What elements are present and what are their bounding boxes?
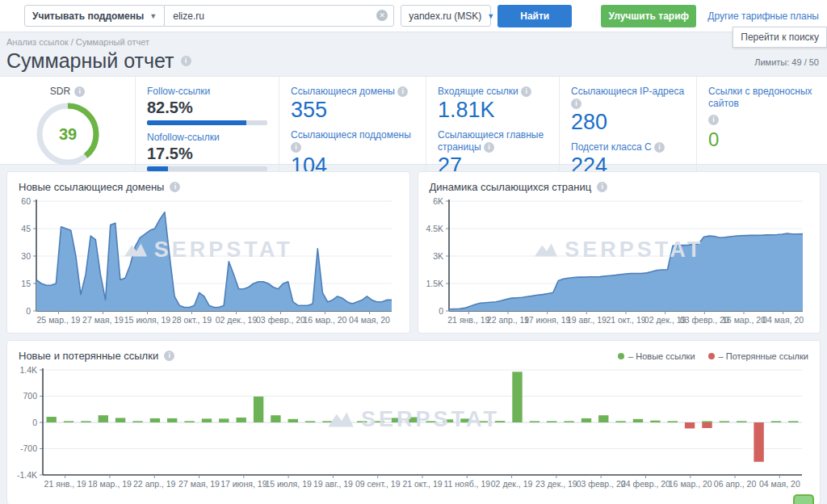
inbound-links-card: Входящие ссылки i 1.81K Ссылающиеся глав… xyxy=(426,77,560,187)
malicious-links-label[interactable]: Ссылки с вредоносных сайтов xyxy=(708,86,812,109)
go-to-search-tooltip: Перейти к поиску xyxy=(733,27,827,48)
subdomain-mode-dropdown[interactable]: Учитывать поддомены ▼ xyxy=(24,5,165,27)
chevron-down-icon: ▼ xyxy=(149,12,157,20)
chart-legend: – Новые ссылки – Потерянные ссылки xyxy=(618,351,808,361)
sdr-donut: 39 xyxy=(34,100,102,171)
svg-text:1.5K: 1.5K xyxy=(426,279,443,288)
svg-text:16 мар., 20: 16 мар., 20 xyxy=(669,479,712,489)
svg-text:19 авг., 19: 19 авг., 19 xyxy=(566,315,606,325)
search-engine-select[interactable]: yandex.ru (MSK) ▼ xyxy=(401,5,491,27)
domain-search-input[interactable] xyxy=(164,5,394,27)
svg-text:28 окт., 19: 28 окт., 19 xyxy=(172,315,212,325)
follow-links-label[interactable]: Follow-ссылки xyxy=(147,86,267,98)
sdr-value: 39 xyxy=(58,125,76,143)
svg-text:02 дек., 19: 02 дек., 19 xyxy=(216,315,258,325)
svg-text:11 нояб., 19: 11 нояб., 19 xyxy=(443,479,490,489)
svg-text:60: 60 xyxy=(21,196,31,206)
new-lost-links-title: Новые и потерянные ссылки xyxy=(19,350,158,362)
follow-ratio-card: Follow-ссылки 82.5% Nofollow-ссылки 17.5… xyxy=(136,77,279,187)
svg-text:15 июля, 19: 15 июля, 19 xyxy=(124,315,171,325)
new-lost-links-card: Новые и потерянные ссылки i – Новые ссыл… xyxy=(6,340,821,504)
info-icon[interactable]: i xyxy=(170,182,180,192)
svg-text:09 сент., 19: 09 сент., 19 xyxy=(355,479,401,489)
search-field-wrap: ✕ xyxy=(164,5,394,27)
info-icon[interactable]: i xyxy=(291,142,301,153)
svg-text:03 февр., 20: 03 февр., 20 xyxy=(256,315,305,325)
info-icon[interactable]: i xyxy=(74,86,85,97)
svg-text:4.5K: 4.5K xyxy=(426,224,443,233)
info-icon[interactable]: i xyxy=(597,182,607,192)
info-icon[interactable]: i xyxy=(164,351,174,361)
svg-text:6K: 6K xyxy=(433,196,443,206)
svg-text:22 апр., 19: 22 апр., 19 xyxy=(486,315,529,325)
lost-links-dot xyxy=(708,353,715,359)
sdr-label: SDR xyxy=(50,86,70,97)
svg-text:-700: -700 xyxy=(20,443,37,453)
new-links-legend-label: – Новые ссылки xyxy=(628,351,695,361)
svg-text:45: 45 xyxy=(21,224,31,233)
svg-text:21 окт., 19: 21 окт., 19 xyxy=(402,479,442,489)
breadcrumb[interactable]: Анализ ссылок / Суммарный отчет xyxy=(6,37,819,47)
search-button[interactable]: Найти xyxy=(497,5,572,27)
summary-metrics: SDR i 39 Follow-ссылки 82.5% Nofollow-сс… xyxy=(0,76,827,165)
svg-text:04 мая, 20: 04 мая, 20 xyxy=(762,315,804,325)
ref-pages-dynamics-title: Динамика ссылающихся страниц xyxy=(430,181,592,193)
ref-ips-value: 280 xyxy=(571,111,685,135)
follow-progress xyxy=(147,120,267,125)
inbound-links-label[interactable]: Входящие ссылки xyxy=(438,86,518,97)
svg-text:06 апр., 20: 06 апр., 20 xyxy=(714,479,757,489)
svg-text:23 дек., 19: 23 дек., 19 xyxy=(535,479,577,489)
new-ref-domains-title: Новые ссылающиеся домены xyxy=(19,181,164,193)
new-links-dot xyxy=(618,353,624,359)
svg-text:15 июля, 19: 15 июля, 19 xyxy=(265,479,312,489)
svg-text:04 мая, 20: 04 мая, 20 xyxy=(759,479,800,489)
new-referring-domains-card: Новые ссылающиеся домены i 60453015025 м… xyxy=(6,171,410,334)
referring-domains-card: Ссылающиеся домены i 355 Ссылающиеся под… xyxy=(279,77,426,187)
svg-text:04 мая, 20: 04 мая, 20 xyxy=(349,315,390,325)
svg-text:02 дек., 19: 02 дек., 19 xyxy=(491,479,533,489)
ref-domains-label[interactable]: Ссылающиеся домены xyxy=(291,86,395,97)
info-icon[interactable]: i xyxy=(654,142,665,153)
svg-text:27 мая, 19: 27 мая, 19 xyxy=(178,479,220,489)
nofollow-links-value: 17.5% xyxy=(147,145,267,163)
other-plans-link[interactable]: Другие тарифные планы xyxy=(707,10,819,22)
follow-progress-fill xyxy=(147,120,246,125)
svg-text:17 июня, 19: 17 июня, 19 xyxy=(523,315,569,325)
svg-text:3K: 3K xyxy=(433,251,443,261)
new-lost-links-chart: 1.4K7000-700-1.4K21 янв., 1918 мар., 192… xyxy=(7,363,810,494)
svg-text:27 мая, 19: 27 мая, 19 xyxy=(82,315,124,325)
nofollow-links-label[interactable]: Nofollow-ссылки xyxy=(147,132,267,144)
info-icon[interactable]: i xyxy=(571,99,581,109)
svg-text:16 мар., 20: 16 мар., 20 xyxy=(722,315,766,325)
ref-pages-dynamics-chart: 6K4.5K3K1.5K021 янв., 1922 апр., 1917 ию… xyxy=(418,195,811,330)
referring-pages-dynamics-card: Динамика ссылающихся страниц i 6K4.5K3K1… xyxy=(418,171,821,334)
svg-text:700: 700 xyxy=(23,391,37,401)
lost-links-legend-label: – Потерянные ссылки xyxy=(719,351,808,361)
chat-widget-button[interactable] xyxy=(793,494,814,504)
svg-text:21 янв., 19: 21 янв., 19 xyxy=(44,479,86,489)
svg-text:0: 0 xyxy=(26,306,31,316)
svg-text:0: 0 xyxy=(439,306,443,316)
sdr-card: SDR i 39 xyxy=(0,77,136,187)
chevron-down-icon: ▼ xyxy=(487,12,494,20)
search-engine-value: yandex.ru (MSK) xyxy=(409,10,481,22)
malicious-links-value: 0 xyxy=(708,129,816,150)
follow-links-value: 82.5% xyxy=(147,99,267,117)
info-icon[interactable]: i xyxy=(484,142,494,153)
svg-text:16 мар., 20: 16 мар., 20 xyxy=(304,315,347,325)
ref-subdomains-label[interactable]: Ссылающиеся поддомены xyxy=(291,129,411,141)
svg-text:0: 0 xyxy=(32,418,37,427)
info-icon[interactable]: i xyxy=(397,86,408,97)
upgrade-plan-button[interactable]: Улучшить тариф xyxy=(601,5,696,27)
svg-text:03 февр., 20: 03 февр., 20 xyxy=(577,479,626,489)
svg-text:-1.4K: -1.4K xyxy=(17,470,37,480)
subdomain-mode-label: Учитывать поддомены xyxy=(32,10,144,22)
ref-ips-label[interactable]: Ссылающиеся IP-адреса xyxy=(571,86,684,97)
svg-text:19 авг., 19: 19 авг., 19 xyxy=(313,479,353,489)
svg-text:17 июня, 19: 17 июня, 19 xyxy=(220,479,267,489)
info-icon[interactable]: i xyxy=(181,56,191,66)
class-c-label[interactable]: Подсети класса C xyxy=(571,141,652,153)
info-icon[interactable]: i xyxy=(521,86,531,97)
inbound-links-value: 1.81K xyxy=(438,99,548,123)
info-icon[interactable]: i xyxy=(708,115,719,125)
